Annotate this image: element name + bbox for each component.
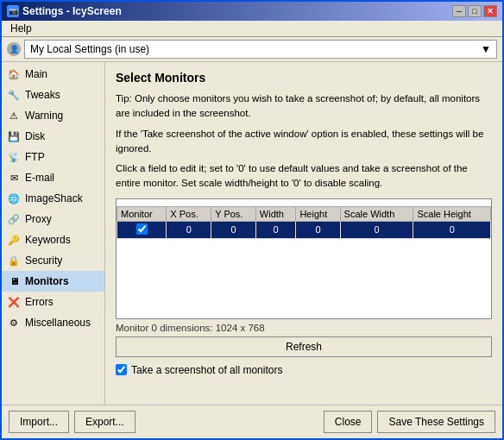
sidebar-label-proxy: Proxy xyxy=(25,213,52,225)
dropdown-arrow-icon: ▼ xyxy=(481,43,491,55)
export-button[interactable]: Export... xyxy=(74,411,135,433)
import-button[interactable]: Import... xyxy=(9,411,69,433)
security-icon: 🔒 xyxy=(7,254,21,267)
maximize-button[interactable]: □ xyxy=(468,5,482,17)
profile-icon: 👤 xyxy=(7,42,21,56)
minimize-button[interactable]: ─ xyxy=(452,5,466,17)
sidebar-item-keywords[interactable]: 🔑 Keywords xyxy=(2,229,104,250)
profile-dropdown[interactable]: My Local Settings (in use) ▼ xyxy=(24,40,497,59)
row-xpos[interactable]: 0 xyxy=(167,221,211,238)
row-height[interactable]: 0 xyxy=(296,221,340,238)
imageshack-icon: 🌐 xyxy=(7,192,21,205)
sidebar-label-misc: Miscellaneous xyxy=(25,317,91,329)
toolbar: 👤 My Local Settings (in use) ▼ xyxy=(2,37,502,62)
app-icon: 📷 xyxy=(7,5,19,17)
footer-right: Close Save These Settings xyxy=(324,411,495,433)
monitors-icon: 🖥 xyxy=(7,274,21,288)
refresh-button[interactable]: Refresh xyxy=(116,336,492,357)
email-icon: ✉ xyxy=(7,171,21,185)
ftp-icon: 📡 xyxy=(7,150,21,164)
sidebar-item-imageshack[interactable]: 🌐 ImageShack xyxy=(2,188,104,209)
sidebar-item-monitors[interactable]: 🖥 Monitors xyxy=(2,271,104,292)
sidebar-label-warning: Warning xyxy=(25,110,63,122)
sidebar-item-disk[interactable]: 💾 Disk xyxy=(2,126,104,147)
sidebar-item-proxy[interactable]: 🔗 Proxy xyxy=(2,209,104,229)
sidebar-label-errors: Errors xyxy=(25,296,54,308)
keywords-icon: 🔑 xyxy=(7,233,21,247)
monitors-table-container: Monitor X Pos. Y Pos. Width Height Scale… xyxy=(116,198,492,319)
monitor-dimensions: Monitor 0 dimensions: 1024 x 768 xyxy=(116,323,492,333)
misc-icon: ⚙ xyxy=(7,316,21,330)
col-monitor: Monitor xyxy=(117,206,167,221)
row-scale-height[interactable]: 0 xyxy=(413,221,491,238)
main-icon: 🏠 xyxy=(7,67,21,81)
row-width[interactable]: 0 xyxy=(255,221,296,238)
settings-window: 📷 Settings - IcyScreen ─ □ ✕ Help 👤 My L… xyxy=(0,0,504,440)
sidebar-label-keywords: Keywords xyxy=(25,234,71,246)
title-bar-buttons: ─ □ ✕ xyxy=(452,5,497,17)
save-button[interactable]: Save These Settings xyxy=(377,411,495,433)
tip-2: If the 'Take screenshot of the active wi… xyxy=(116,127,492,157)
sidebar: 🏠 Main 🔧 Tweaks ⚠ Warning 💾 Disk 📡 FTP ✉ xyxy=(2,62,105,405)
proxy-icon: 🔗 xyxy=(7,212,21,226)
row-ypos[interactable]: 0 xyxy=(211,221,256,238)
tip-1: Tip: Only choose monitors you wish to ta… xyxy=(116,91,492,122)
tweaks-icon: 🔧 xyxy=(7,88,21,102)
sidebar-item-email[interactable]: ✉ E-mail xyxy=(2,167,104,188)
title-bar-left: 📷 Settings - IcyScreen xyxy=(7,5,122,17)
sidebar-item-ftp[interactable]: 📡 FTP xyxy=(2,147,104,167)
sidebar-label-tweaks: Tweaks xyxy=(25,89,60,101)
row-monitor-check[interactable] xyxy=(117,221,167,238)
close-button[interactable]: Close xyxy=(324,411,373,433)
warning-icon: ⚠ xyxy=(7,109,21,123)
main-area: 🏠 Main 🔧 Tweaks ⚠ Warning 💾 Disk 📡 FTP ✉ xyxy=(2,62,502,405)
screenshot-all-label: Take a screenshot of all monitors xyxy=(131,364,282,376)
col-scale-width: Scale Width xyxy=(340,206,413,221)
screenshot-all-checkbox[interactable] xyxy=(116,364,127,375)
sidebar-item-warning[interactable]: ⚠ Warning xyxy=(2,105,104,126)
sidebar-label-ftp: FTP xyxy=(25,151,45,163)
col-height: Height xyxy=(296,206,340,221)
menubar: Help xyxy=(2,21,502,37)
footer: Import... Export... Close Save These Set… xyxy=(2,405,502,438)
close-window-button[interactable]: ✕ xyxy=(483,5,497,17)
tip-box: Tip: Only choose monitors you wish to ta… xyxy=(116,91,492,192)
col-ypos: Y Pos. xyxy=(211,206,256,221)
errors-icon: ❌ xyxy=(7,295,21,309)
sidebar-item-main[interactable]: 🏠 Main xyxy=(2,64,104,85)
sidebar-label-security: Security xyxy=(25,255,62,267)
sidebar-item-miscellaneous[interactable]: ⚙ Miscellaneous xyxy=(2,312,104,333)
monitors-table: Monitor X Pos. Y Pos. Width Height Scale… xyxy=(117,206,491,239)
col-width: Width xyxy=(255,206,296,221)
sidebar-item-tweaks[interactable]: 🔧 Tweaks xyxy=(2,85,104,105)
col-scale-height: Scale Height xyxy=(413,206,491,221)
profile-label: My Local Settings (in use) xyxy=(30,43,149,55)
row-scale-width[interactable]: 0 xyxy=(340,221,413,238)
sidebar-label-imageshack: ImageShack xyxy=(25,192,83,204)
page-title: Select Monitors xyxy=(116,71,492,85)
tip-3: Click a field to edit it; set to '0' to … xyxy=(116,161,492,192)
sidebar-item-security[interactable]: 🔒 Security xyxy=(2,250,104,271)
window-title: Settings - IcyScreen xyxy=(22,5,122,17)
screenshot-all-row: Take a screenshot of all monitors xyxy=(116,364,492,376)
col-xpos: X Pos. xyxy=(167,206,211,221)
sidebar-label-disk: Disk xyxy=(25,130,45,142)
menu-help[interactable]: Help xyxy=(5,21,37,36)
table-body: 0 0 0 0 0 0 xyxy=(117,221,491,238)
sidebar-label-monitors: Monitors xyxy=(25,275,69,287)
table-row[interactable]: 0 0 0 0 0 0 xyxy=(117,221,491,238)
content-panel: Select Monitors Tip: Only choose monitor… xyxy=(105,62,502,405)
footer-left: Import... Export... xyxy=(9,411,135,433)
disk-icon: 💾 xyxy=(7,129,21,143)
sidebar-label-main: Main xyxy=(25,68,47,80)
sidebar-item-errors[interactable]: ❌ Errors xyxy=(2,292,104,312)
sidebar-label-email: E-mail xyxy=(25,172,54,184)
title-bar: 📷 Settings - IcyScreen ─ □ ✕ xyxy=(2,2,502,21)
table-header: Monitor X Pos. Y Pos. Width Height Scale… xyxy=(117,206,491,221)
